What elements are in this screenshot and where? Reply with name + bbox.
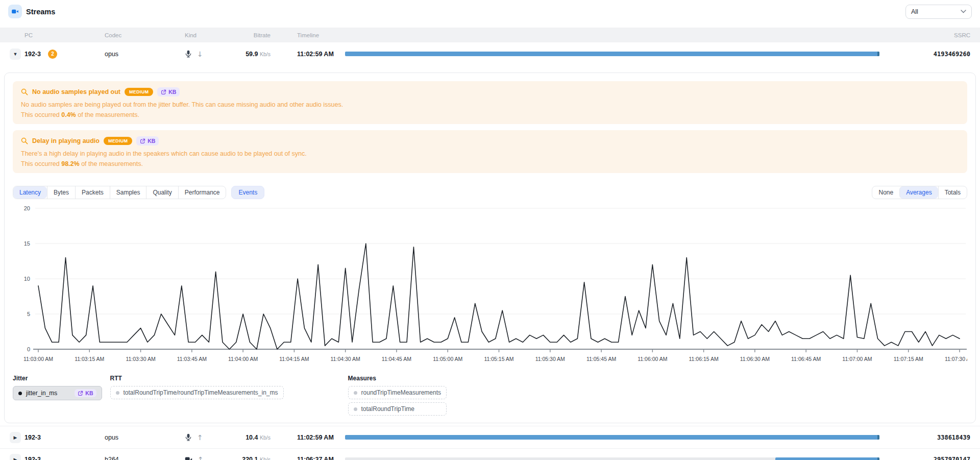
alert-occurrence: This occurred 98.2% of the measurements. [21, 160, 959, 167]
svg-text:11:03:45 AM: 11:03:45 AM [177, 356, 207, 362]
svg-text:10: 10 [24, 276, 30, 282]
col-header-codec: Codec [105, 32, 185, 38]
bitrate-value: 59.9 [246, 51, 258, 58]
timeline-bar-fill [345, 52, 879, 56]
timeline-bar [345, 457, 879, 460]
svg-text:11:04:00 AM: 11:04:00 AM [228, 356, 258, 362]
col-header-pc: PC [22, 32, 105, 38]
series-dot [354, 391, 357, 395]
expand-row-button[interactable]: ▶ [10, 432, 21, 443]
series-chip-total-round-trip-time-measurements[interactable]: totalRoundTripTime/roundTripTimeMeasurem… [110, 386, 284, 399]
alert-description: There's a high delay in playing audio in… [21, 150, 959, 157]
series-dot [116, 391, 119, 395]
svg-text:11:03:00 AM: 11:03:00 AM [23, 356, 53, 362]
events-toggle-button[interactable]: Events [231, 186, 264, 199]
tab-quality[interactable]: Quality [146, 186, 178, 199]
svg-text:20: 20 [24, 205, 30, 211]
svg-text:11:06:30 AM: 11:06:30 AM [740, 356, 770, 362]
aggregation-tab-group: None Averages Totals [872, 186, 967, 199]
severity-badge: MEDIUM [125, 88, 153, 96]
svg-text:11:05:15 AM: 11:05:15 AM [484, 356, 513, 362]
kb-label: KB [148, 138, 155, 144]
svg-text:11:05:30 AM: 11:05:30 AM [535, 356, 565, 362]
severity-badge: MEDIUM [104, 137, 132, 145]
chart-legend: Jitter jitter_in_ms KB RTT totalRoundTri… [13, 375, 967, 416]
series-label: roundTripTimeMeasurements [361, 389, 442, 396]
table-row: ▶ 192-3 h264 ↑ 220.1 Kb/s 11:06:37 AM 29… [0, 448, 980, 460]
tab-totals[interactable]: Totals [938, 186, 967, 199]
col-header-kind: Kind [185, 32, 235, 38]
svg-text:0: 0 [27, 346, 30, 352]
table-row: ▼ 192-3 2 opus ↓ 59.9 Kb/s 11:02:59 AM 4… [0, 42, 980, 65]
tab-none[interactable]: None [872, 186, 899, 199]
bitrate-unit: Kb/s [260, 434, 271, 441]
tab-latency[interactable]: Latency [13, 186, 47, 199]
share-icon [161, 89, 166, 95]
tab-averages[interactable]: Averages [899, 186, 938, 199]
direction-outbound-icon: ↑ [197, 433, 203, 442]
series-chip-jitter-in-ms[interactable]: jitter_in_ms KB [13, 386, 102, 400]
table-header-row: PC Codec Kind Bitrate Timeline SSRC [0, 28, 980, 42]
video-camera-icon [185, 456, 192, 460]
alert-delay-playing-audio: Delay in playing audio MEDIUM KB There's… [13, 130, 967, 173]
svg-text:11:03:30 AM: 11:03:30 AM [126, 356, 155, 362]
svg-text:11:07:30 AM: 11:07:30 AM [945, 356, 967, 362]
share-icon [140, 138, 145, 144]
col-header-bitrate: Bitrate [254, 32, 271, 38]
alert-description: No audio samples are being played out fr… [21, 101, 959, 108]
microphone-icon [185, 433, 192, 441]
bitrate-value: 10.4 [246, 434, 258, 441]
timeline-bar-fill [345, 435, 879, 440]
direction-outbound-icon: ↑ [198, 455, 204, 460]
bitrate-unit: Kb/s [260, 456, 271, 460]
bitrate-unit: Kb/s [260, 51, 271, 57]
issue-count-badge: 2 [48, 50, 57, 59]
jitter-line-chart: 0510152011:03:00 AM11:03:15 AM11:03:30 A… [13, 202, 967, 370]
tab-bytes[interactable]: Bytes [47, 186, 75, 199]
legend-group-rtt: RTT [110, 375, 284, 382]
svg-text:11:05:00 AM: 11:05:00 AM [433, 356, 462, 362]
kb-link[interactable]: KB [75, 389, 96, 397]
bitrate-value: 220.1 [242, 456, 258, 460]
svg-text:11:06:45 AM: 11:06:45 AM [791, 356, 821, 362]
microphone-icon [185, 50, 192, 58]
alert-no-audio-samples: No audio samples played out MEDIUM KB No… [13, 81, 967, 124]
alert-occurrence: This occurred 0.4% of the measurements. [21, 111, 959, 118]
stream-start-time: 11:06:37 AM [271, 456, 345, 460]
series-chip-total-round-trip-time[interactable]: totalRoundTripTime [348, 402, 447, 416]
series-label: totalRoundTripTime [361, 405, 414, 413]
codec-label: opus [105, 51, 185, 58]
stream-start-time: 11:02:59 AM [271, 434, 345, 441]
filter-selected-value: All [911, 8, 918, 15]
tab-packets[interactable]: Packets [75, 186, 110, 199]
streams-app-icon [8, 5, 22, 18]
svg-text:5: 5 [27, 311, 30, 317]
ssrc-value: 2957970147 [934, 456, 970, 460]
expand-row-button[interactable]: ▶ [10, 454, 21, 460]
timeline-bar-fill [775, 457, 879, 460]
stream-filter-select[interactable]: All [905, 5, 972, 19]
direction-inbound-icon: ↓ [197, 50, 203, 58]
svg-text:11:07:00 AM: 11:07:00 AM [842, 356, 872, 362]
tab-performance[interactable]: Performance [178, 186, 226, 199]
top-bar: Streams All [0, 0, 980, 23]
svg-text:11:06:15 AM: 11:06:15 AM [689, 356, 719, 362]
kb-label: KB [168, 89, 176, 95]
series-dot [354, 407, 357, 411]
kb-link[interactable]: KB [136, 136, 159, 146]
ssrc-value: 4193469260 [934, 51, 970, 58]
series-chip-round-trip-time-measurements[interactable]: roundTripTimeMeasurements [348, 386, 447, 399]
svg-text:11:04:30 AM: 11:04:30 AM [331, 356, 360, 362]
metric-tab-group: Latency Bytes Packets Samples Quality Pe… [13, 186, 226, 199]
tab-samples[interactable]: Samples [110, 186, 146, 199]
svg-text:11:06:00 AM: 11:06:00 AM [638, 356, 667, 362]
stream-start-time: 11:02:59 AM [271, 51, 345, 58]
timeline-bar [345, 52, 879, 56]
svg-text:11:05:45 AM: 11:05:45 AM [586, 356, 616, 362]
table-row: ▶ 192-3 opus ↑ 10.4 Kb/s 11:02:59 AM 338… [0, 426, 980, 448]
alert-title: No audio samples played out [32, 88, 120, 95]
occurrence-percentage: 98.2% [61, 160, 79, 167]
collapse-row-button[interactable]: ▼ [10, 49, 21, 60]
kb-link[interactable]: KB [157, 87, 180, 96]
col-header-timeline: Timeline [271, 32, 345, 38]
